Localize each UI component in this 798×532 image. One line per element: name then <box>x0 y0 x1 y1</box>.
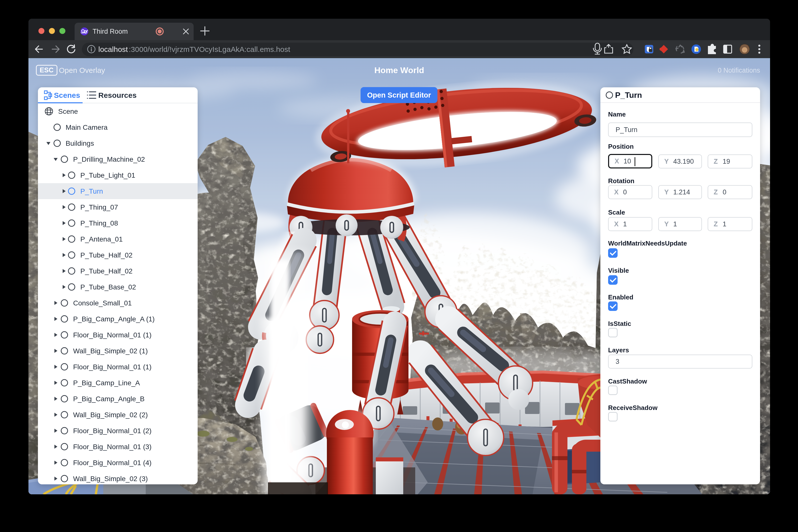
svg-text:Resources: Resources <box>98 91 136 99</box>
svg-text::3000/world/!vjrzmTVOcyIsLgaAk: :3000/world/!vjrzmTVOcyIsLgaAkA:call.ems… <box>129 45 290 53</box>
svg-text:localhost: localhost <box>98 45 128 53</box>
svg-text:Scenes: Scenes <box>54 91 80 99</box>
svg-text:P_Turn: P_Turn <box>615 91 642 99</box>
